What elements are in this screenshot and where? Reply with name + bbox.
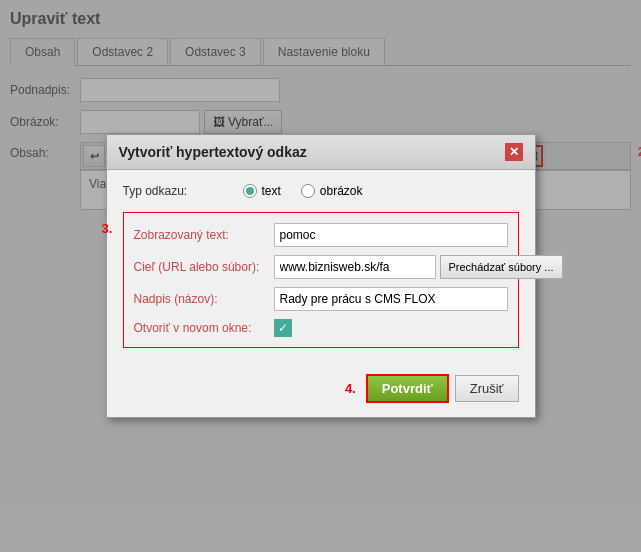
- url-input[interactable]: [274, 255, 436, 279]
- novookno-row: Otvoriť v novom okne: ✓: [134, 319, 508, 337]
- modal-form: 3. Zobrazovaný text: Cieľ (URL alebo súb…: [123, 212, 519, 348]
- zrusit-button[interactable]: Zrušiť: [455, 375, 519, 402]
- potvrdit-button[interactable]: Potvrdiť: [366, 374, 449, 403]
- modal-title: Vytvoriť hypertextový odkaz: [119, 144, 307, 160]
- annotation-3: 3.: [102, 221, 113, 236]
- novookno-checkbox[interactable]: ✓: [274, 319, 292, 337]
- modal-footer: 4. Potvrdiť Zrušiť: [107, 374, 535, 417]
- nadpis-input[interactable]: [274, 287, 508, 311]
- display-text-row: Zobrazovaný text:: [134, 223, 508, 247]
- radio-text-dot: [243, 184, 257, 198]
- url-label: Cieľ (URL alebo súbor):: [134, 260, 274, 274]
- novookno-label: Otvoriť v novom okne:: [134, 321, 274, 335]
- annotation-4: 4.: [345, 381, 356, 396]
- nadpis-label: Nadpis (názov):: [134, 292, 274, 306]
- radio-obrazok-dot: [301, 184, 315, 198]
- radio-obrazok-label: obrázok: [320, 184, 363, 198]
- prechadzat-button[interactable]: Prechádzať súbory ...: [440, 255, 563, 279]
- url-row: Cieľ (URL alebo súbor): Prechádzať súbor…: [134, 255, 508, 279]
- typ-label: Typ odkazu:: [123, 184, 243, 198]
- radio-text-option[interactable]: text: [243, 184, 281, 198]
- nadpis-row: Nadpis (názov):: [134, 287, 508, 311]
- modal-close-button[interactable]: ✕: [505, 143, 523, 161]
- radio-obrazok-option[interactable]: obrázok: [301, 184, 363, 198]
- radio-text-label: text: [262, 184, 281, 198]
- typ-row: Typ odkazu: text obrázok: [123, 184, 519, 198]
- display-text-label: Zobrazovaný text:: [134, 228, 274, 242]
- radio-group: text obrázok: [243, 184, 363, 198]
- hyperlink-modal: Vytvoriť hypertextový odkaz ✕ Typ odkazu…: [106, 134, 536, 418]
- modal-header: Vytvoriť hypertextový odkaz ✕: [107, 135, 535, 170]
- modal-overlay: Vytvoriť hypertextový odkaz ✕ Typ odkazu…: [0, 0, 641, 552]
- modal-body: Typ odkazu: text obrázok 3. Z: [107, 170, 535, 374]
- display-text-input[interactable]: [274, 223, 508, 247]
